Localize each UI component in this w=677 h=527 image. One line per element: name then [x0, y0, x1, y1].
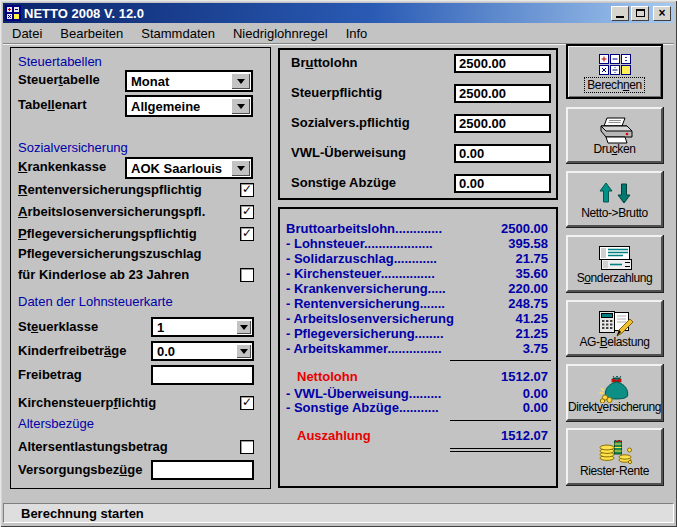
section-sozialversicherung: Sozialversicherung: [18, 140, 128, 155]
window-title: NETTO 2008 V. 12.0: [24, 6, 608, 21]
section-lohnsteuerkarte: Daten der Lohnsteuerkarte: [18, 294, 173, 309]
steuerpflichtig-input[interactable]: [454, 84, 551, 103]
berechnen-label: Berechnen: [585, 78, 644, 92]
steuerklasse-dropdown-button[interactable]: [236, 320, 251, 334]
status-text: Berechnung starten: [21, 506, 144, 521]
grand-total-rule: [450, 448, 551, 452]
sozialverspflichtig-label: Sozialvers.pflichtig: [291, 115, 410, 130]
riester-rente-button[interactable]: Riester-Rente: [566, 428, 663, 485]
result-row: - Arbeitslosenversicherung41.25: [286, 311, 548, 326]
steuerklasse-select[interactable]: 1: [151, 317, 254, 337]
krankenkasse-value: AOK Saarlouis: [127, 159, 230, 177]
money-bag-icon: [568, 374, 661, 403]
settings-panel: Steuertabellen Steuertabelle Monat Tabel…: [10, 47, 271, 489]
pflegezuschlag-label-line1: Pflegeversicherungszuschlag: [18, 246, 202, 261]
vwl-label: VWL-Überweisung: [291, 145, 406, 160]
freibetrag-input[interactable]: [151, 365, 254, 385]
direktversicherung-button[interactable]: Direktversicherung: [566, 364, 663, 421]
altersentlastung-checkbox[interactable]: [240, 440, 254, 454]
chevron-down-icon: [240, 349, 248, 358]
pflegeversicherung-label: Pflegeversicherungspflichtig: [18, 226, 197, 241]
versorgungsbezuege-label: Versorgungsbezüge: [18, 462, 142, 477]
chevron-down-icon: [240, 325, 248, 334]
wage-input-panel: Bruttolohn Steuerpflichtig Sozialvers.pf…: [278, 48, 558, 200]
calculator-keypad-icon: [568, 54, 661, 75]
auszahlung-row: Auszahlung1512.07: [286, 428, 548, 443]
tabellenart-label: Tabellenart: [18, 97, 86, 112]
sonstige-abzuege-label: Sonstige Abzüge: [291, 175, 396, 190]
menu-item-datei[interactable]: Datei: [3, 23, 51, 43]
printer-icon: [568, 117, 661, 145]
minimize-button[interactable]: [611, 6, 629, 21]
netto-app-window: NETTO 2008 V. 12.0 × Datei Bearbeiten St…: [0, 0, 677, 527]
up-down-arrows-icon: [568, 181, 661, 205]
steuertabelle-label: Steuertabelle: [18, 72, 100, 87]
tabellenart-dropdown-button[interactable]: [231, 98, 250, 114]
menu-item-niedriglohnregel[interactable]: Niedriglohnregel: [224, 23, 337, 43]
maximize-icon: [636, 9, 645, 17]
chevron-down-icon: [237, 104, 245, 113]
pflegeversicherung-checkbox[interactable]: [240, 227, 254, 241]
section-steuertabellen: Steuertabellen: [18, 54, 102, 69]
steuertabelle-value: Monat: [127, 72, 230, 90]
steuertabelle-select[interactable]: Monat: [125, 70, 253, 92]
bruttolohn-label: Bruttolohn: [291, 55, 358, 70]
result-row: - Sonstige Abzüge...........0.00: [286, 400, 548, 415]
app-icon: [5, 5, 21, 21]
kirchensteuer-label: Kirchensteuerpflichtig: [18, 395, 156, 410]
chevron-down-icon: [237, 79, 245, 88]
altersentlastung-label: Altersentlastungsbetrag: [18, 439, 168, 454]
section-altersbezuege: Altersbezüge: [18, 416, 94, 431]
pflegezuschlag-label-line2: für Kinderlose ab 23 Jahren: [18, 267, 189, 282]
krankenkasse-select[interactable]: AOK Saarlouis: [125, 157, 253, 179]
window-controls: ×: [611, 6, 672, 21]
result-row: - Kirchensteuer...............35.60: [286, 266, 548, 281]
drucken-button[interactable]: Drucken: [566, 107, 663, 163]
bruttolohn-input[interactable]: [454, 54, 551, 73]
krankenkasse-label: Krankenkasse: [18, 159, 106, 174]
payment-form-icon: [568, 245, 661, 271]
result-row: - Solidarzuschlag............21.75: [286, 251, 548, 266]
menu-item-bearbeiten[interactable]: Bearbeiten: [51, 23, 132, 43]
results-panel: Bruttoarbeitslohn.............2500.00 - …: [278, 207, 558, 488]
subtotal-rule: [450, 360, 551, 361]
vwl-input[interactable]: [454, 144, 551, 163]
kinderfreibetraege-dropdown-button[interactable]: [236, 344, 251, 358]
netto-brutto-button[interactable]: Netto->Brutto: [566, 171, 663, 227]
rentenversicherung-checkbox[interactable]: [240, 183, 254, 197]
kirchensteuer-checkbox[interactable]: [240, 396, 254, 410]
sozialverspflichtig-input[interactable]: [454, 114, 551, 133]
menu-item-info[interactable]: Info: [337, 23, 377, 43]
kinderfreibetraege-select[interactable]: 0.0: [151, 341, 254, 361]
tabellenart-value: Allgemeine: [127, 97, 230, 115]
kinderfreibetraege-label: Kinderfreibeträge: [18, 343, 127, 358]
titlebar[interactable]: NETTO 2008 V. 12.0 ×: [3, 3, 674, 23]
pflegezuschlag-checkbox[interactable]: [240, 268, 254, 282]
result-row: - Arbeitskammer...............3.75: [286, 341, 548, 356]
tabellenart-select[interactable]: Allgemeine: [125, 95, 253, 117]
result-row: - Lohnsteuer...................395.58: [286, 236, 548, 251]
sonderzahlung-label: Sonderzahlung: [577, 271, 653, 285]
menubar: Datei Bearbeiten Stammdaten Niedriglohnr…: [3, 23, 674, 44]
sonstige-abzuege-input[interactable]: [454, 174, 551, 193]
versorgungsbezuege-input[interactable]: [151, 460, 254, 480]
menu-item-stammdaten[interactable]: Stammdaten: [132, 23, 224, 43]
result-row: Bruttoarbeitslohn.............2500.00: [286, 221, 548, 236]
steuerklasse-value: 1: [153, 319, 235, 335]
sonderzahlung-button[interactable]: Sonderzahlung: [566, 235, 663, 292]
rentenversicherung-label: Rentenversicherungspflichtig: [18, 182, 202, 197]
freibetrag-label: Freibetrag: [18, 367, 82, 382]
chevron-down-icon: [237, 166, 245, 175]
nettolohn-row: Nettolohn1512.07: [286, 369, 548, 384]
arbeitslosenversicherung-checkbox[interactable]: [240, 205, 254, 219]
ag-belastung-button[interactable]: AG-Belastung: [566, 300, 663, 356]
result-row: - VWL-Überweisung.........0.00: [286, 386, 548, 401]
berechnen-button[interactable]: Berechnen: [566, 44, 663, 99]
close-button[interactable]: ×: [653, 6, 671, 21]
krankenkasse-dropdown-button[interactable]: [231, 160, 250, 176]
steuertabelle-dropdown-button[interactable]: [231, 73, 250, 89]
steuerklasse-label: Steuerklasse: [18, 319, 98, 334]
ag-belastung-label: AG-Belastung: [580, 335, 650, 349]
arbeitslosenversicherung-label: Arbeitslosenversicherungspfl.: [18, 204, 205, 219]
maximize-button[interactable]: [631, 6, 649, 21]
